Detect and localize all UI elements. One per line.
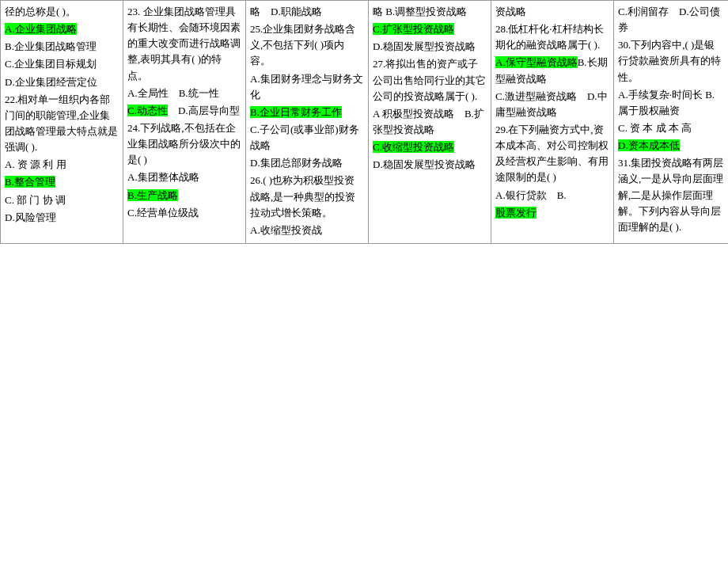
content-text: C.子公司(或事业部)财务战略	[250, 122, 364, 154]
content-text: A. 资 源 利 用	[5, 157, 119, 173]
content-text: D.企业集团经营定位	[5, 74, 119, 90]
highlighted-answer: 股票发行	[495, 207, 537, 219]
content-mixed: C.动态性 D.高层导向型	[127, 103, 241, 119]
content-text: 略 D.职能战略	[250, 4, 364, 20]
content-text: A.集团整体战略	[127, 169, 241, 185]
content-text: C.利润留存 D.公司债券	[618, 4, 724, 36]
column-3: 略 D.职能战略25.企业集团财务战略含义,不包括下列( )项内容。A.集团财务…	[246, 1, 369, 244]
content-text: 31.集团投资战略有两层涵义,一是从导向层面理解,二是从操作层面理解。下列内容从…	[618, 155, 724, 235]
highlighted-answer: B.生产战略	[127, 189, 178, 201]
content-text: 28.低杠杆化·杠杆结构长期化的融资战略属于( ).	[495, 21, 609, 53]
column-2: 23. 企业集团战略管理具有长期性、会随环境因素的重大改变而进行战略调整,表明其…	[123, 1, 246, 244]
highlighted-answer: A.企业集团战略	[5, 23, 77, 35]
content-text: A.集团财务理念与财务文化	[250, 71, 364, 103]
content-text: 27.将拟出售的资产或子公司出售给同行业的其它公司的投资战略属于( ).	[373, 56, 487, 104]
highlighted-answer: C.收缩型投资战略	[373, 141, 454, 153]
content-text: A 积极型投资战略 B.扩张型投资战略	[373, 106, 487, 138]
content-text: C. 部 门 协 调	[5, 192, 119, 208]
highlighted-answer: B.企业日常财务工作	[250, 106, 342, 118]
highlighted-answer: C.扩张型投资战略	[373, 23, 454, 35]
content-mixed: A.企业集团战略	[5, 21, 119, 37]
highlighted-answer: A.保守型融资战略	[495, 56, 578, 68]
column-6: C.利润留存 D.公司债券30.下列内容中,( )是银行贷款融资所具有的特性。A…	[614, 1, 729, 244]
main-table: 径的总称是( )。A.企业集团战略B.企业集团战略管理C.企业集团目标规划D.企…	[0, 0, 728, 244]
content-text: 25.企业集团财务战略含义,不包括下列( )项内容。	[250, 21, 364, 69]
content-text: A.全局性 B.统一性	[127, 86, 241, 101]
content-text: A.收缩型投资战	[250, 223, 364, 238]
content-text: C.激进型融资战略 D.中庸型融资战略	[495, 89, 609, 120]
content-mixed: B.整合管理	[5, 174, 119, 190]
content-text: 24.下列战略,不包括在企业集团战略所分级次中的是( )	[127, 120, 241, 168]
highlighted-answer: C.动态性	[127, 105, 168, 116]
content-mixed: A.保守型融资战略B.长期型融资战略	[495, 55, 609, 86]
content-mixed: C.扩张型投资战略	[373, 21, 487, 37]
content-text: C.经营单位级战	[127, 205, 241, 221]
content-mixed: C.收缩型投资战略	[373, 139, 487, 155]
content-text: B.企业集团战略管理	[5, 39, 119, 55]
content-text: 23. 企业集团战略管理具有长期性、会随环境因素的重大改变而进行战略调整,表明其…	[127, 4, 241, 84]
content-text: 22.相对单一组织内各部门间的职能管理,企业集团战略管理最大特点就是强调( ).	[5, 92, 119, 156]
column-4: 略 B.调整型投资战略C.扩张型投资战略D.稳固发展型投资战略27.将拟出售的资…	[369, 1, 491, 244]
highlighted-answer: B.整合管理	[5, 176, 55, 188]
content-mixed: D.资本成本低	[618, 138, 724, 154]
content-text: 26.( )也称为积极型投资战略,是一种典型的投资拉动式增长策略。	[250, 173, 364, 220]
highlighted-answer: D.资本成本低	[618, 139, 680, 151]
content-text: D.风险管理	[5, 210, 119, 226]
content-text: 29.在下列融资方式中,资本成本高、对公司控制权及经营权产生影响、有用途限制的是…	[495, 122, 609, 186]
content-text: C.企业集团目标规划	[5, 56, 119, 72]
content-text: 资战略	[495, 4, 609, 20]
content-text: 30.下列内容中,( )是银行贷款融资所具有的特性。	[618, 37, 724, 85]
column-1: 径的总称是( )。A.企业集团战略B.企业集团战略管理C.企业集团目标规划D.企…	[1, 1, 123, 244]
content-text: 径的总称是( )。	[5, 4, 119, 20]
content-mixed: B.企业日常财务工作	[250, 105, 364, 120]
content-text: D.稳固发展型投资战略	[373, 157, 487, 173]
content-text: C. 资 本 成 本 高	[618, 120, 724, 136]
content-text: D.集团总部财务战略	[250, 155, 364, 171]
content-text: A.手续复杂·时间长 B.属于股权融资	[618, 87, 724, 119]
content-mixed: 股票发行	[495, 205, 609, 221]
column-5: 资战略28.低杠杆化·杠杆结构长期化的融资战略属于( ).A.保守型融资战略B.…	[491, 1, 614, 244]
content-text: D.稳固发展型投资战略	[373, 39, 487, 55]
content-text: 略 B.调整型投资战略	[373, 4, 487, 20]
content-text: A.银行贷款 B.	[495, 188, 609, 204]
normal-text: D.高层导向型	[168, 105, 240, 116]
content-mixed: B.生产战略	[127, 188, 241, 204]
